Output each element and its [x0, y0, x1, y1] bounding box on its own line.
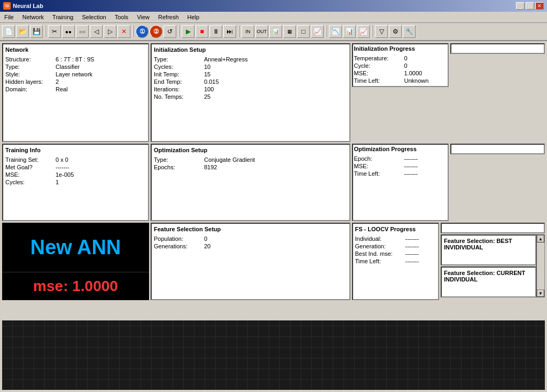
- mse-label: mse: 1.0000: [33, 278, 118, 295]
- scrollbar: ▲ ▼: [536, 234, 545, 297]
- fs-progress-panel: FS - LOOCV Progress Individual: ------- …: [352, 223, 440, 300]
- opt-progress-row: Optimization Progress Epoch: ------- MSE…: [352, 144, 545, 221]
- init-notemps-value: 25: [204, 93, 210, 100]
- filter-icon[interactable]: ▽: [375, 25, 388, 38]
- refresh-icon[interactable]: ↺: [163, 25, 176, 38]
- init-temp-value: 15: [204, 71, 210, 77]
- output-icon[interactable]: OUT: [255, 25, 268, 38]
- window-title: Neural Lab: [13, 3, 43, 9]
- network-domain-row: Domain: Real: [5, 86, 146, 92]
- init-timeleft-progress-row: Time Left: Unknown: [354, 77, 447, 84]
- close-button[interactable]: ✕: [535, 2, 544, 10]
- chart-icon[interactable]: 📈: [311, 25, 324, 38]
- init-temp-label: Init Temp:: [154, 71, 202, 77]
- num2-button[interactable]: ②: [150, 25, 162, 38]
- feature-pop-value: 0: [204, 236, 207, 242]
- delete-icon[interactable]: ✕: [118, 25, 130, 38]
- panels-row-3: New ANN mse: 1.0000 Feature Selection Se…: [2, 223, 545, 300]
- grid-icon[interactable]: ▦: [283, 25, 296, 38]
- opt-setup-panel: Optimization Setup Type: Conjugate Gradi…: [151, 144, 350, 221]
- fs-progress-input[interactable]: [441, 223, 545, 233]
- init-progress-input[interactable]: [450, 43, 545, 54]
- fs-bestmse-row: Best Ind. mse: -------: [355, 250, 436, 257]
- network-style-row: Style: Layer network: [5, 71, 146, 77]
- title-bar: 🧠 Neural Lab _ □ ✕: [0, 0, 547, 12]
- opt-epoch-label: Epoch:: [354, 155, 402, 162]
- open-button[interactable]: 📂: [16, 25, 29, 38]
- style-label: Style:: [5, 71, 53, 77]
- feature-gen-row: Generations: 20: [154, 243, 347, 249]
- save-button[interactable]: 💾: [30, 25, 43, 38]
- node-icon[interactable]: ●●: [62, 25, 75, 38]
- menu-selection[interactable]: Selection: [77, 13, 110, 21]
- back-icon[interactable]: ◁: [90, 25, 103, 38]
- menu-training[interactable]: Training: [48, 13, 77, 21]
- stop-button[interactable]: ■: [196, 25, 208, 38]
- step-button[interactable]: ⏭: [223, 25, 236, 38]
- opt-mse-row: MSE: -------: [354, 163, 447, 169]
- separator-6: [372, 26, 373, 37]
- menu-help[interactable]: Help: [183, 13, 204, 21]
- bar-chart-icon[interactable]: 📊: [343, 25, 356, 38]
- fs-progress-row: FS - LOOCV Progress Individual: ------- …: [352, 223, 545, 300]
- scroll-up-button[interactable]: ▲: [537, 235, 544, 242]
- train-mse-value: 1e-005: [56, 171, 74, 178]
- opt-setup-header: Optimization Setup: [154, 147, 347, 153]
- init-setup-header: Initialization Setup: [154, 46, 347, 53]
- menu-tools[interactable]: Tools: [111, 13, 133, 21]
- init-endtemp-row: End Temp: 0.015: [154, 79, 347, 85]
- fs-generation-label: Generation:: [355, 243, 403, 249]
- init-cycles-label: Cycles:: [154, 64, 202, 70]
- ann-label: New ANN: [30, 236, 121, 259]
- train-mse-row: MSE: 1e-005: [5, 171, 146, 178]
- ann-display-area: New ANN mse: 1.0000: [2, 223, 149, 300]
- settings-icon[interactable]: ⚙: [389, 25, 402, 38]
- pause-button[interactable]: ⏸: [209, 25, 222, 38]
- timeleft-label: Time Left:: [354, 77, 402, 84]
- cut-icon[interactable]: ✂: [48, 25, 61, 38]
- square-icon[interactable]: □: [297, 25, 310, 38]
- network-structure-row: Structure: 6 : 7T : 8T : 9S: [5, 56, 146, 62]
- network-type-row: Type: Classifier: [5, 64, 146, 70]
- graph-icon[interactable]: 📈: [357, 25, 370, 38]
- data-icon[interactable]: 📊: [269, 25, 282, 38]
- train-cycles-label: Cycles:: [5, 179, 53, 185]
- line-chart-icon[interactable]: 📉: [329, 25, 342, 38]
- opt-progress-input[interactable]: [450, 144, 545, 154]
- panels-row-2: Training Info Training Set: 0 x 0 Met Go…: [2, 144, 545, 221]
- maximize-button[interactable]: □: [526, 2, 534, 10]
- init-iter-value: 100: [204, 86, 214, 92]
- train-set-value: 0 x 0: [56, 156, 68, 163]
- domain-label: Domain:: [5, 86, 53, 92]
- play-button[interactable]: ▶: [182, 25, 194, 38]
- fs-generation-row: Generation: -------: [355, 243, 436, 249]
- separator-4: [238, 26, 239, 37]
- opt-type-label: Type:: [154, 156, 202, 163]
- feature-current-label: Feature Selection: CURRENT INDIVIDUAL: [444, 270, 533, 283]
- feature-selection-right: Feature Selection: BEST INVIDIVIDUAL Fea…: [441, 223, 545, 297]
- opt-timeleft-row: Time Left: -------: [354, 170, 447, 177]
- temp-value: 0: [404, 55, 408, 61]
- met-goal-value: -------: [56, 164, 69, 170]
- network-panel-header: Network: [5, 46, 146, 53]
- menu-view[interactable]: View: [132, 13, 154, 21]
- init-type-label: Type:: [154, 56, 202, 62]
- feature-setup-header: Feature Selection Setup: [154, 226, 347, 232]
- tools-icon[interactable]: 🔧: [403, 25, 416, 38]
- fs-generation-value: -------: [405, 243, 419, 249]
- scroll-down-button[interactable]: ▼: [537, 289, 544, 297]
- train-cycles-row: Cycles: 1: [5, 179, 146, 185]
- type-value: Classifier: [56, 64, 80, 70]
- num1-button[interactable]: ①: [136, 25, 149, 38]
- menu-file[interactable]: File: [0, 13, 18, 21]
- feature-best-label: Feature Selection: BEST INVIDIVIDUAL: [444, 238, 533, 250]
- forward-icon[interactable]: ▷: [104, 25, 116, 38]
- link-icon[interactable]: ○○: [76, 25, 89, 38]
- menu-bar: File Network Training Selection Tools Vi…: [0, 12, 547, 23]
- feature-current-box: Feature Selection: CURRENT INDIVIDUAL: [441, 266, 536, 297]
- menu-network[interactable]: Network: [18, 13, 48, 21]
- minimize-button[interactable]: _: [516, 2, 525, 10]
- menu-refresh[interactable]: Refresh: [154, 13, 183, 21]
- input-icon[interactable]: IN: [241, 25, 254, 38]
- new-button[interactable]: 📄: [2, 25, 15, 38]
